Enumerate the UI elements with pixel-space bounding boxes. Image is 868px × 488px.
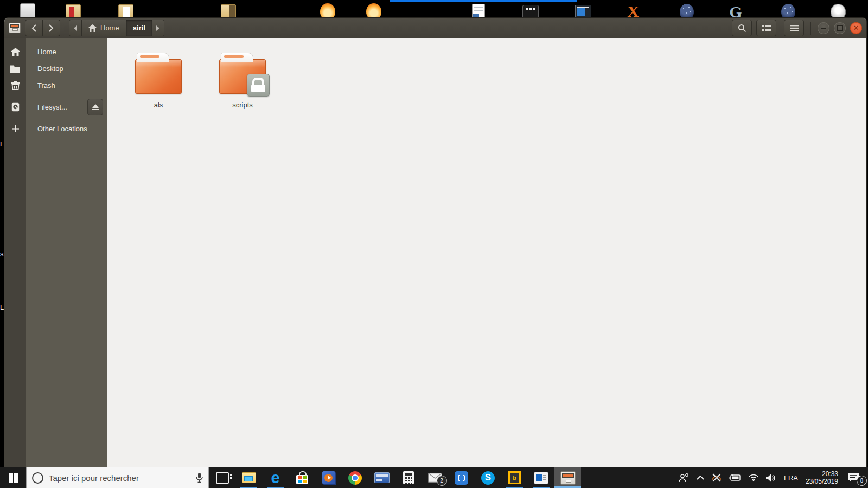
file-explorer-button[interactable] xyxy=(235,467,262,488)
skype-button[interactable]: S xyxy=(475,467,501,488)
sidebar-item-desktop[interactable]: Desktop xyxy=(4,60,107,77)
folder-icon xyxy=(4,65,26,73)
sidebar-item-trash[interactable]: Trash xyxy=(4,77,107,94)
calculator-button[interactable] xyxy=(395,467,422,488)
folder-documents-icon[interactable] xyxy=(117,3,135,18)
eject-button[interactable] xyxy=(87,99,103,115)
windows-logo-icon xyxy=(9,473,18,483)
task-view-icon xyxy=(216,472,229,484)
films-tv-button[interactable] xyxy=(315,467,342,488)
taskbar-search-input[interactable]: Taper ici pour rechercher xyxy=(26,467,209,488)
clock[interactable]: 20:33 23/05/2019 xyxy=(802,467,844,488)
folder-red-book-icon[interactable] xyxy=(64,3,82,18)
forward-button[interactable] xyxy=(43,20,60,36)
document-blue-icon[interactable] xyxy=(469,3,488,18)
places-sidebar: Home Desktop Trash xyxy=(4,38,107,467)
drive-icon xyxy=(4,102,26,112)
task-view-button[interactable] xyxy=(209,467,235,488)
folder-item-scripts[interactable]: scripts xyxy=(210,53,275,467)
planetarium-orb-icon[interactable] xyxy=(678,3,696,18)
path-current-button[interactable]: siril xyxy=(126,20,152,36)
keyboard-icon xyxy=(374,472,390,483)
terminal-dark-icon[interactable] xyxy=(521,3,540,18)
path-scroll-left-button[interactable] xyxy=(69,20,82,36)
people-icon xyxy=(678,473,689,483)
sidebar-item-label: Desktop xyxy=(26,65,63,73)
recycle-bin-icon[interactable] xyxy=(18,3,37,18)
web-sphere-icon[interactable] xyxy=(829,3,847,18)
mail-badge: 2 xyxy=(437,476,447,486)
home-icon xyxy=(88,24,97,32)
folder-manila-icon[interactable] xyxy=(219,3,238,18)
sidebar-item-label: Filesyst... xyxy=(26,103,67,111)
cortana-circle-icon xyxy=(32,472,43,484)
action-center-button[interactable]: 8 xyxy=(844,467,868,488)
volume-button[interactable] xyxy=(762,467,780,488)
show-hidden-icons-button[interactable] xyxy=(693,467,708,488)
start-button[interactable] xyxy=(0,467,26,488)
connect-button[interactable] xyxy=(448,467,475,488)
x-server-icon[interactable]: X xyxy=(624,3,642,18)
lock-emblem-icon xyxy=(247,74,270,97)
trash-icon xyxy=(4,81,26,90)
bing-button[interactable]: b xyxy=(501,467,528,488)
chrome-button[interactable] xyxy=(342,467,368,488)
path-scroll-right-button[interactable] xyxy=(152,20,164,36)
taskbar-apps: e 2 S b xyxy=(209,467,581,488)
chevron-right-icon xyxy=(156,25,159,31)
sidebar-item-home[interactable]: Home xyxy=(4,43,107,60)
store-icon xyxy=(296,475,308,484)
minimize-button[interactable] xyxy=(818,22,829,34)
edge-icon: e xyxy=(271,470,279,486)
people-button[interactable] xyxy=(674,467,693,488)
app-cabinet-icon xyxy=(9,23,21,33)
planetarium-orb-icon-2[interactable] xyxy=(779,3,797,18)
folder-name: scripts xyxy=(232,101,253,109)
wifi-icon xyxy=(749,474,758,481)
plus-icon xyxy=(4,125,26,132)
news-button[interactable] xyxy=(528,467,554,488)
clipped-desktop-label: L xyxy=(0,303,4,311)
clipped-desktop-label: E xyxy=(0,140,4,148)
view-toggle-button[interactable] xyxy=(756,20,776,36)
tray-time: 20:33 xyxy=(822,470,838,478)
battery-button[interactable] xyxy=(725,467,745,488)
language-indicator[interactable]: FRA xyxy=(780,467,802,488)
menu-button[interactable] xyxy=(784,20,804,36)
remote-keyboard-button[interactable] xyxy=(368,467,395,488)
close-icon: ✕ xyxy=(853,24,859,31)
history-nav xyxy=(25,20,60,36)
sidebar-item-other-locations[interactable]: Other Locations xyxy=(4,120,107,137)
search-button[interactable] xyxy=(732,20,752,36)
mail-button[interactable]: 2 xyxy=(422,467,448,488)
tray-date: 23/05/2019 xyxy=(806,478,838,485)
chrome-icon xyxy=(348,471,362,485)
films-tv-icon xyxy=(322,471,335,484)
folder-icon xyxy=(135,53,182,94)
back-button[interactable] xyxy=(25,20,43,36)
folder-item-als[interactable]: als xyxy=(126,53,191,467)
path-home-button[interactable]: Home xyxy=(82,20,126,36)
fire-avatar-icon[interactable] xyxy=(318,3,337,18)
microsoft-store-button[interactable] xyxy=(289,467,315,488)
sidebar-item-label: Trash xyxy=(26,81,55,89)
close-button[interactable]: ✕ xyxy=(850,22,862,34)
eject-icon xyxy=(92,104,99,108)
sidebar-item-filesystem[interactable]: Filesyst... xyxy=(4,99,107,115)
edge-button[interactable]: e xyxy=(262,467,289,488)
headerbar: Home siril ✕ xyxy=(4,18,866,38)
fire-list-icon[interactable] xyxy=(365,3,383,18)
chevron-left-icon xyxy=(74,25,77,31)
maximize-button[interactable] xyxy=(834,22,846,34)
microphone-icon[interactable] xyxy=(196,473,203,483)
g-letter-app-icon[interactable]: G xyxy=(726,3,745,18)
speaker-icon xyxy=(766,474,776,482)
chevron-up-icon xyxy=(697,476,704,480)
x-server-tray-button[interactable] xyxy=(708,467,725,488)
x-server-icon xyxy=(712,473,722,482)
sidebar-item-label: Home xyxy=(26,48,56,56)
wifi-button[interactable] xyxy=(745,467,762,488)
files-app-button[interactable] xyxy=(554,467,581,488)
window-app-icon[interactable] xyxy=(574,3,592,18)
desktop-icons-strip: X G xyxy=(0,0,868,18)
